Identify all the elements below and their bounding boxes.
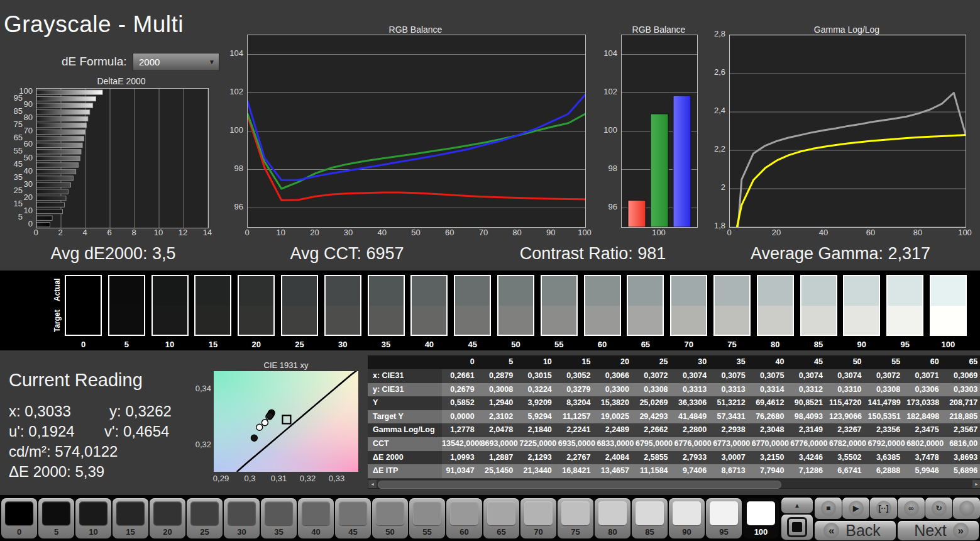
table-column-header: 15 (558, 355, 597, 369)
next-button[interactable]: Next » (898, 521, 979, 540)
cie-chart-title: CIE 1931 xy (264, 360, 309, 370)
table-row-label: Target Y (368, 410, 442, 424)
axis-tick-label: 30 (344, 228, 353, 237)
pattern-window-button[interactable] (781, 515, 813, 540)
pattern-level-button-25[interactable]: 25 (187, 498, 223, 538)
table-cell: 0,3072 (636, 369, 674, 383)
pattern-level-button-5[interactable]: 5 (38, 498, 74, 538)
chevron-down-icon: ▼ (205, 59, 219, 65)
table-cell: 0,3066 (597, 369, 636, 383)
swatch-level-label: 50 (511, 340, 520, 349)
actual-swatch (66, 276, 101, 306)
pattern-level-label: 45 (348, 525, 357, 538)
scrollbar-thumb[interactable] (378, 481, 781, 489)
table-cell: 13,4657 (597, 464, 636, 478)
pattern-level-button-85[interactable]: 85 (632, 498, 668, 538)
pattern-level-button-35[interactable]: 35 (261, 498, 297, 538)
axis-tick-label: 104 (603, 48, 617, 58)
grayscale-swatch: 55 (541, 275, 578, 349)
de-formula-select[interactable]: 2000 ▼ (133, 53, 219, 71)
actual-swatch (369, 276, 404, 306)
axis-tick-label: 100 (958, 228, 972, 237)
table-row: Gamma Log/Log1,27782,04782,18402,22412,2… (368, 423, 980, 437)
pattern-level-button-45[interactable]: 45 (335, 498, 371, 538)
table-cell: 9,7406 (674, 464, 713, 478)
table-cell: 0,2679 (442, 383, 481, 397)
pattern-level-button-55[interactable]: 55 (409, 498, 445, 538)
scroll-left-icon[interactable]: ◄ (368, 480, 377, 488)
target-swatch (888, 306, 922, 335)
scroll-right-icon[interactable]: ► (972, 480, 980, 488)
pattern-level-button-75[interactable]: 75 (558, 498, 593, 538)
pattern-level-button-50[interactable]: 50 (372, 498, 408, 538)
pattern-level-button-10[interactable]: 10 (75, 498, 111, 538)
refresh-button[interactable]: ↻ (925, 498, 952, 519)
table-cell: 6795,0000 (636, 437, 674, 451)
axis-tick-label: 90 (24, 99, 33, 109)
axis-tick-label: 20 (24, 192, 33, 202)
actual-swatch (109, 276, 144, 306)
pattern-level-button-80[interactable]: 80 (595, 498, 630, 538)
table-cell: 0,3071 (906, 369, 945, 383)
table-cell: 6776,0000 (674, 437, 713, 451)
pattern-level-swatch (673, 501, 701, 525)
table-cell: 2,2662 (636, 423, 674, 437)
loop-infinite-button[interactable]: ∞ (898, 498, 925, 519)
axis-tick-label: 35 (14, 172, 23, 182)
pattern-level-button-30[interactable]: 30 (224, 498, 260, 538)
axis-tick-label: 0 (28, 219, 33, 228)
target-swatch (153, 306, 187, 335)
pattern-level-button-100[interactable]: 100 (743, 498, 779, 538)
axis-tick-label: 100 (578, 228, 592, 237)
axis-tick-label: 0,32 (300, 474, 316, 483)
actual-swatch (455, 276, 490, 306)
axis-tick-label: 70 (24, 126, 33, 135)
axis-tick-label: 4 (82, 228, 87, 237)
back-button[interactable]: « Back (815, 521, 896, 540)
pattern-level-label: 20 (163, 525, 172, 538)
table-cell: 19,0025 (597, 410, 636, 424)
axis-tick-label: 12 (179, 228, 187, 237)
pattern-level-swatch (153, 501, 182, 525)
table-cell: 2,0478 (481, 423, 520, 437)
table-cell: 6816,00 (945, 437, 980, 451)
axis-tick-label: 40 (378, 228, 387, 237)
interval-button[interactable]: [··] (870, 498, 897, 519)
pattern-level-button-20[interactable]: 20 (150, 498, 185, 538)
table-cell: 2,2938 (713, 423, 752, 437)
table-cell: 208,717 (945, 396, 980, 410)
pattern-level-label: 100 (754, 525, 768, 538)
blank-button[interactable] (953, 498, 980, 519)
table-cell: 0,3008 (481, 383, 520, 397)
table-cell: 0,3015 (519, 369, 558, 383)
stop-button[interactable]: ■ (815, 498, 842, 519)
pattern-level-button-0[interactable]: 0 (1, 498, 37, 538)
table-cell: 2,3149 (790, 423, 829, 437)
target-swatch (66, 306, 101, 335)
pattern-level-swatch (339, 501, 367, 525)
up-arrow-button[interactable]: ▲ (781, 498, 813, 513)
table-cell: 8,3204 (558, 396, 597, 410)
pattern-level-button-95[interactable]: 95 (706, 498, 742, 538)
pattern-level-label: 35 (274, 525, 283, 538)
table-cell: 0,3308 (868, 383, 907, 397)
table-scrollbar[interactable]: ◄ ► (368, 479, 980, 489)
pattern-level-button-40[interactable]: 40 (298, 498, 334, 538)
swatch-level-label: 85 (814, 340, 823, 349)
table-cell: 2,2489 (597, 423, 636, 437)
axis-tick-label: 0,3 (244, 474, 255, 483)
pattern-level-swatch (561, 501, 590, 525)
table-cell: 57,3431 (713, 410, 752, 424)
pattern-level-button-65[interactable]: 65 (483, 498, 519, 538)
table-row: CCT13542,00008693,00007225,00006935,0000… (368, 437, 980, 451)
table-column-header: 30 (674, 355, 713, 369)
grayscale-swatch: 70 (670, 275, 707, 349)
actual-swatch (931, 276, 966, 306)
pattern-level-button-15[interactable]: 15 (113, 498, 148, 538)
table-cell: 69,4612 (752, 396, 791, 410)
play-button[interactable]: ▶ (842, 498, 869, 519)
pattern-level-button-90[interactable]: 90 (669, 498, 705, 538)
pattern-level-button-60[interactable]: 60 (446, 498, 482, 538)
gamma-chart-title: Gamma Log/Log (814, 25, 879, 35)
pattern-level-button-70[interactable]: 70 (520, 498, 556, 538)
